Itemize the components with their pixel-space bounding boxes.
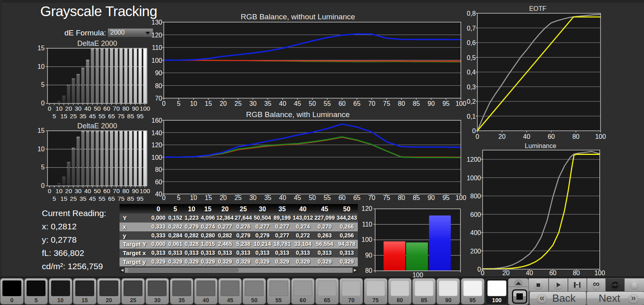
svg-text:45: 45 bbox=[89, 113, 96, 120]
svg-text:0,2: 0,2 bbox=[467, 98, 476, 105]
svg-text:25: 25 bbox=[70, 195, 77, 202]
svg-text:20: 20 bbox=[498, 133, 506, 140]
svg-text:5: 5 bbox=[177, 194, 180, 201]
svg-text:80: 80 bbox=[155, 82, 162, 89]
svg-text:60: 60 bbox=[339, 100, 346, 107]
svg-text:160: 160 bbox=[151, 117, 162, 124]
svg-text:140: 140 bbox=[151, 130, 162, 136]
svg-text:80: 80 bbox=[573, 270, 580, 276]
svg-text:70: 70 bbox=[113, 188, 120, 194]
svg-text:Luminance: Luminance bbox=[525, 142, 556, 149]
svg-text:200: 200 bbox=[470, 248, 481, 255]
svg-text:15: 15 bbox=[37, 127, 45, 134]
svg-text:50: 50 bbox=[309, 194, 316, 201]
svg-text:55: 55 bbox=[99, 195, 105, 202]
svg-text:65: 65 bbox=[108, 113, 115, 120]
svg-text:20: 20 bbox=[502, 270, 510, 276]
svg-text:80: 80 bbox=[122, 188, 130, 194]
svg-text:800: 800 bbox=[470, 193, 481, 200]
svg-text:400: 400 bbox=[470, 229, 481, 236]
svg-text:5: 5 bbox=[177, 100, 180, 107]
svg-text:80: 80 bbox=[398, 100, 405, 107]
svg-text:10: 10 bbox=[56, 105, 63, 112]
svg-text:15: 15 bbox=[205, 100, 212, 107]
svg-text:55: 55 bbox=[99, 113, 105, 120]
svg-text:40: 40 bbox=[279, 100, 286, 107]
svg-text:35: 35 bbox=[264, 100, 271, 107]
svg-text:60: 60 bbox=[548, 133, 555, 140]
svg-text:120: 120 bbox=[151, 142, 162, 148]
svg-text:60: 60 bbox=[103, 188, 111, 194]
svg-text:0: 0 bbox=[162, 194, 166, 201]
svg-text:10: 10 bbox=[37, 63, 45, 70]
svg-text:90: 90 bbox=[132, 105, 139, 112]
svg-text:5: 5 bbox=[41, 81, 45, 88]
svg-text:RGB Balance, with Luminance: RGB Balance, with Luminance bbox=[246, 110, 350, 119]
svg-text:40: 40 bbox=[526, 270, 533, 276]
svg-text:85: 85 bbox=[413, 194, 420, 201]
svg-text:30: 30 bbox=[74, 188, 82, 194]
svg-text:0: 0 bbox=[162, 100, 166, 107]
svg-text:65: 65 bbox=[108, 195, 115, 202]
svg-text:40: 40 bbox=[523, 133, 530, 140]
svg-text:35: 35 bbox=[264, 194, 271, 201]
svg-text:10: 10 bbox=[190, 194, 197, 201]
svg-text:75: 75 bbox=[383, 100, 390, 107]
svg-text:90: 90 bbox=[427, 194, 435, 201]
svg-text:600: 600 bbox=[470, 211, 481, 218]
svg-text:40: 40 bbox=[84, 105, 91, 112]
svg-text:1200: 1200 bbox=[466, 156, 481, 163]
svg-text:35: 35 bbox=[79, 195, 86, 202]
svg-text:50: 50 bbox=[94, 105, 101, 112]
svg-text:60: 60 bbox=[549, 270, 557, 276]
svg-text:80: 80 bbox=[365, 267, 372, 274]
svg-text:1000: 1000 bbox=[466, 175, 481, 181]
svg-text:20: 20 bbox=[220, 194, 227, 201]
svg-text:120: 120 bbox=[151, 32, 162, 39]
svg-text:10: 10 bbox=[56, 188, 63, 194]
svg-text:45: 45 bbox=[294, 100, 301, 107]
svg-text:0,7: 0,7 bbox=[467, 25, 476, 32]
svg-text:95: 95 bbox=[442, 100, 450, 107]
svg-text:0: 0 bbox=[41, 100, 45, 107]
svg-text:20: 20 bbox=[65, 105, 72, 112]
svg-text:35: 35 bbox=[79, 113, 86, 120]
svg-text:60: 60 bbox=[339, 194, 346, 201]
svg-text:50: 50 bbox=[94, 188, 101, 194]
svg-text:100: 100 bbox=[151, 154, 162, 161]
svg-text:100: 100 bbox=[151, 57, 162, 64]
svg-text:80: 80 bbox=[155, 166, 162, 173]
svg-text:0: 0 bbox=[48, 105, 52, 112]
svg-text:60: 60 bbox=[103, 105, 111, 112]
svg-text:65: 65 bbox=[353, 100, 361, 107]
svg-text:15: 15 bbox=[37, 45, 45, 52]
svg-text:0: 0 bbox=[48, 188, 52, 194]
svg-text:40: 40 bbox=[155, 191, 162, 198]
svg-text:10: 10 bbox=[37, 146, 45, 152]
svg-text:100: 100 bbox=[595, 133, 606, 140]
svg-text:75: 75 bbox=[118, 113, 124, 120]
svg-text:20: 20 bbox=[65, 188, 72, 194]
svg-text:100: 100 bbox=[594, 270, 605, 276]
svg-text:10: 10 bbox=[190, 100, 197, 107]
svg-text:110: 110 bbox=[362, 221, 372, 228]
svg-text:25: 25 bbox=[235, 194, 242, 201]
svg-text:120: 120 bbox=[361, 205, 372, 212]
svg-text:0,1: 0,1 bbox=[467, 113, 476, 120]
svg-text:80: 80 bbox=[122, 105, 130, 112]
svg-text:85: 85 bbox=[413, 100, 420, 107]
svg-text:75: 75 bbox=[383, 194, 390, 201]
svg-text:100: 100 bbox=[413, 272, 423, 278]
svg-text:0,5: 0,5 bbox=[467, 54, 476, 61]
svg-text:EOTF: EOTF bbox=[529, 5, 547, 12]
svg-text:90: 90 bbox=[155, 70, 162, 76]
svg-text:0,4: 0,4 bbox=[467, 69, 476, 76]
svg-text:RGB Balance, without Luminance: RGB Balance, without Luminance bbox=[241, 12, 355, 21]
svg-text:0,6: 0,6 bbox=[467, 39, 476, 46]
svg-text:30: 30 bbox=[74, 105, 82, 112]
svg-text:25: 25 bbox=[70, 113, 77, 120]
svg-text:85: 85 bbox=[127, 113, 134, 120]
svg-text:5: 5 bbox=[53, 195, 56, 202]
svg-text:70: 70 bbox=[368, 194, 376, 201]
svg-text:130: 130 bbox=[151, 19, 162, 26]
